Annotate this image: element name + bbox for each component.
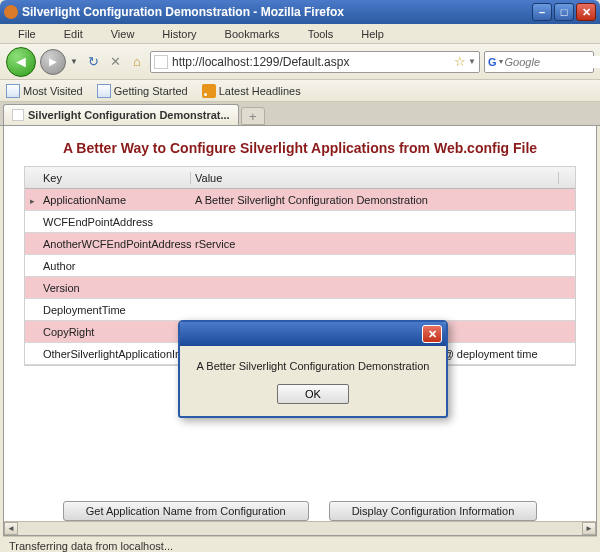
page-heading: A Better Way to Configure Silverlight Ap…: [4, 126, 596, 166]
cell-key: ApplicationName: [39, 194, 191, 206]
cell-key: DeploymentTime: [39, 304, 191, 316]
menu-history[interactable]: History: [148, 26, 210, 42]
table-row[interactable]: AnotherWCFEndPointAddressrService: [25, 233, 575, 255]
table-row[interactable]: Author: [25, 255, 575, 277]
url-dropdown-icon[interactable]: ▼: [468, 57, 476, 66]
menu-view[interactable]: View: [97, 26, 149, 42]
cell-value: rService: [191, 238, 559, 250]
scroll-right-icon[interactable]: ►: [582, 522, 596, 535]
home-icon[interactable]: ⌂: [128, 53, 146, 71]
button-row: Get Application Name from Configuration …: [4, 501, 596, 521]
tab-bar: Silverlight Configuration Demonstrat... …: [0, 102, 600, 126]
table-row[interactable]: DeploymentTime: [25, 299, 575, 321]
tab-label: Silverlight Configuration Demonstrat...: [28, 109, 230, 121]
url-bar[interactable]: ☆ ▼: [150, 51, 480, 73]
table-row[interactable]: WCFEndPointAddress: [25, 211, 575, 233]
menu-help[interactable]: Help: [347, 26, 398, 42]
column-key[interactable]: Key: [39, 172, 191, 184]
dialog-message: A Better Silverlight Configuration Demon…: [180, 346, 446, 378]
forward-button[interactable]: ►: [40, 49, 66, 75]
cell-key: CopyRight: [39, 326, 191, 338]
menu-file[interactable]: File: [4, 26, 50, 42]
bookmark-getting-started[interactable]: Getting Started: [97, 84, 188, 98]
cell-key: AnotherWCFEndPointAddress: [39, 238, 191, 250]
history-dropdown-icon[interactable]: ▼: [70, 57, 80, 66]
maximize-button[interactable]: □: [554, 3, 574, 21]
bookmark-latest-headlines[interactable]: Latest Headlines: [202, 84, 301, 98]
row-indicator: [25, 194, 39, 206]
window-title: Silverlight Configuration Demonstration …: [22, 5, 532, 19]
search-engine-dropdown-icon[interactable]: ▾: [499, 57, 503, 66]
bookmark-label: Getting Started: [114, 85, 188, 97]
cell-key: WCFEndPointAddress: [39, 216, 191, 228]
stop-icon[interactable]: ✕: [106, 53, 124, 71]
menu-edit[interactable]: Edit: [50, 26, 97, 42]
table-row[interactable]: Version: [25, 277, 575, 299]
tab-active[interactable]: Silverlight Configuration Demonstrat...: [3, 104, 239, 125]
new-tab-button[interactable]: +: [241, 107, 265, 125]
search-bar[interactable]: G ▾: [484, 51, 594, 73]
back-button[interactable]: ◄: [6, 47, 36, 77]
page-favicon: [154, 55, 168, 69]
cell-key: Version: [39, 282, 191, 294]
dialog-close-button[interactable]: ✕: [422, 325, 442, 343]
menu-bar: File Edit View History Bookmarks Tools H…: [0, 24, 600, 44]
bookmark-label: Latest Headlines: [219, 85, 301, 97]
page-icon: [97, 84, 111, 98]
get-app-name-button[interactable]: Get Application Name from Configuration: [63, 501, 309, 521]
scroll-track[interactable]: [18, 522, 582, 535]
bookmark-label: Most Visited: [23, 85, 83, 97]
menu-bookmarks[interactable]: Bookmarks: [211, 26, 294, 42]
cell-value: A Better Silverlight Configuration Demon…: [191, 194, 559, 206]
column-value[interactable]: Value: [191, 172, 559, 184]
reload-icon[interactable]: ↻: [84, 53, 102, 71]
scroll-left-icon[interactable]: ◄: [4, 522, 18, 535]
firefox-icon: [4, 5, 18, 19]
window-titlebar: Silverlight Configuration Demonstration …: [0, 0, 600, 24]
minimize-button[interactable]: –: [532, 3, 552, 21]
close-button[interactable]: ✕: [576, 3, 596, 21]
search-input[interactable]: [505, 56, 600, 68]
rss-icon: [202, 84, 216, 98]
bookmark-star-icon[interactable]: ☆: [454, 54, 466, 69]
status-bar: Transferring data from localhost...: [3, 536, 597, 552]
bookmark-most-visited[interactable]: Most Visited: [6, 84, 83, 98]
table-row[interactable]: ApplicationNameA Better Silverlight Conf…: [25, 189, 575, 211]
url-input[interactable]: [172, 55, 452, 69]
page-content: A Better Way to Configure Silverlight Ap…: [3, 126, 597, 536]
dialog-ok-button[interactable]: OK: [277, 384, 349, 404]
tab-favicon: [12, 109, 24, 121]
horizontal-scrollbar[interactable]: ◄ ►: [4, 521, 596, 535]
navigation-toolbar: ◄ ► ▼ ↻ ✕ ⌂ ☆ ▼ G ▾: [0, 44, 600, 80]
alert-dialog: ✕ A Better Silverlight Configuration Dem…: [178, 320, 448, 418]
window-buttons: – □ ✕: [532, 3, 596, 21]
cell-key: Author: [39, 260, 191, 272]
display-config-button[interactable]: Display Configuration Information: [329, 501, 538, 521]
status-text: Transferring data from localhost...: [9, 540, 173, 552]
grid-header: Key Value: [25, 167, 575, 189]
google-icon[interactable]: G: [488, 55, 497, 69]
page-icon: [6, 84, 20, 98]
bookmarks-toolbar: Most Visited Getting Started Latest Head…: [0, 80, 600, 102]
dialog-titlebar: ✕: [180, 322, 446, 346]
cell-key: OtherSilverlightApplicationInfo: [39, 348, 191, 360]
menu-tools[interactable]: Tools: [294, 26, 348, 42]
